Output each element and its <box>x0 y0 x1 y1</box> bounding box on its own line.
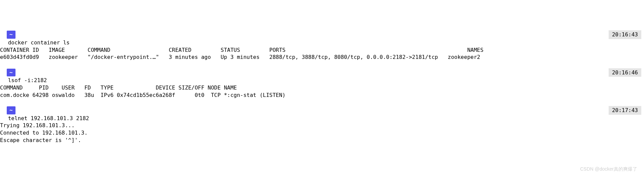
timestamp: 20:16:43 <box>609 30 641 39</box>
output-line: COMMAND PID USER FD TYPE DEVICE SIZE/OFF… <box>0 84 644 92</box>
prompt-row: ~20:16:46 <box>0 68 644 77</box>
command-line[interactable]: docker container ls <box>0 39 644 46</box>
prompt-row: ~20:17:43 <box>0 106 644 115</box>
prompt-left: ~ <box>5 31 15 39</box>
prompt-left: ~ <box>5 69 15 77</box>
output-line: CONTAINER ID IMAGE COMMAND CREATED STATU… <box>0 46 644 54</box>
location-badge: ~ <box>7 106 15 114</box>
command-line[interactable]: telnet 192.168.101.3 2182 <box>0 115 644 122</box>
block-spacer <box>0 99 644 106</box>
output-line: Connected to 192.168.101.3. <box>0 129 644 137</box>
watermark: CSDN @docker真的爽爆了 <box>580 166 637 172</box>
block-spacer <box>0 61 644 68</box>
prompt-row: ~20:16:43 <box>0 30 644 39</box>
terminal-content: ~20:16:43 docker container lsCONTAINER I… <box>0 30 644 144</box>
timestamp: 20:17:43 <box>609 106 641 115</box>
timestamp: 20:16:46 <box>609 68 641 77</box>
output-line: Trying 192.168.101.3... <box>0 122 644 129</box>
output-line: Escape character is '^]'. <box>0 137 644 144</box>
location-badge: ~ <box>7 31 15 39</box>
command-line[interactable]: lsof -i:2182 <box>0 77 644 84</box>
prompt-left: ~ <box>5 106 15 114</box>
location-badge: ~ <box>7 69 15 77</box>
output-line: e603d43fd0d9 zookeeper "/docker-entrypoi… <box>0 54 644 61</box>
output-line: com.docke 64298 oswaldo 38u IPv6 0x74cd1… <box>0 92 644 99</box>
